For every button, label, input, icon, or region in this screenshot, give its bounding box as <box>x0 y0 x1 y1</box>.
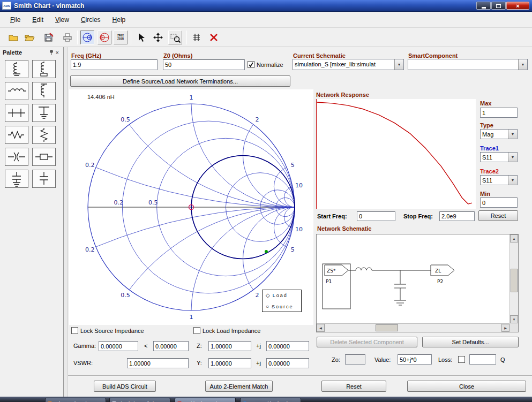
scroll-up-icon[interactable]: ▲ <box>510 234 518 242</box>
freq-input[interactable] <box>71 59 158 70</box>
y-plus-j-label: +j <box>256 360 261 366</box>
scroll-left-icon[interactable]: ◀ <box>317 324 325 332</box>
chevron-down-icon[interactable]: ▼ <box>394 59 403 70</box>
palette-item-series-transmission-line[interactable] <box>5 104 28 122</box>
close-button[interactable]: × <box>506 2 529 10</box>
trace1-select[interactable]: S11 ▼ <box>480 152 518 162</box>
title-bar[interactable]: ADS Smith Chart - vinmatch × <box>0 0 532 12</box>
start-freq-input[interactable] <box>357 211 395 221</box>
value-input[interactable] <box>398 354 432 365</box>
maximize-button[interactable] <box>491 2 506 10</box>
smith-z-chart-button[interactable] <box>80 31 94 44</box>
minimize-button[interactable] <box>476 2 491 10</box>
series-inductor-symbol[interactable] <box>356 268 372 270</box>
palette-item-shunt-capacitor-ground[interactable] <box>5 170 28 188</box>
new-button[interactable] <box>6 31 20 44</box>
zo-input[interactable] <box>345 354 365 365</box>
display-options-button[interactable]: ZR0X ZG0B <box>114 31 128 44</box>
smith-chart-panel: 0.20.20.50.511225510100.20.5 14.406 nH ◇… <box>69 89 313 325</box>
chevron-down-icon[interactable]: ▼ <box>508 153 517 162</box>
network-response-svg <box>316 99 476 209</box>
set-defaults-button[interactable]: Set Defaults... <box>422 337 519 347</box>
menu-circles[interactable]: Circles <box>75 14 107 26</box>
taskbar-item-simulation[interactable]: simulation_S [mi <box>109 398 170 402</box>
y-real-input[interactable] <box>208 358 251 368</box>
max-input[interactable] <box>480 108 518 118</box>
menu-view[interactable]: View <box>49 14 75 26</box>
z0-input[interactable] <box>163 59 245 70</box>
build-ads-circuit-button[interactable]: Build ADS Circuit <box>94 381 156 392</box>
horizontal-scroll-thumb[interactable] <box>376 324 398 331</box>
palette-item-series-component[interactable] <box>32 148 56 166</box>
scroll-right-icon[interactable]: ▶ <box>501 324 509 332</box>
smith-y-chart-icon <box>99 32 110 43</box>
main-close-button[interactable]: Close <box>407 381 526 392</box>
menu-help[interactable]: Help <box>107 14 132 26</box>
menu-edit[interactable]: Edit <box>26 14 49 26</box>
loss-input[interactable] <box>469 354 496 365</box>
smartcomponent-select[interactable]: ▼ <box>408 59 528 70</box>
vswr-label: VSWR: <box>73 360 93 366</box>
z-real-input[interactable] <box>208 341 251 351</box>
palette-item-shunt-resistor[interactable] <box>32 126 56 144</box>
shunt-capacitor-symbol[interactable] <box>394 270 406 305</box>
gamma-angle-input[interactable] <box>153 341 189 351</box>
normalize-checkbox[interactable] <box>248 61 254 68</box>
z-label: Z: <box>197 343 202 349</box>
print-button[interactable] <box>60 31 74 44</box>
taskbar-item-ads-smith-chart[interactable]: ADS Smith Chart(tm <box>240 398 301 402</box>
current-schematic-select[interactable]: simulation_S [mixer_lib:simulat ▼ <box>293 59 404 70</box>
taskbar-item-smith-chart[interactable]: Smith Chart - vinm <box>175 398 236 402</box>
type-select[interactable]: Mag ▼ <box>480 129 518 139</box>
chevron-down-icon[interactable]: ▼ <box>508 176 517 185</box>
palette-item-shunt-stub[interactable] <box>32 104 56 122</box>
schematic-horizontal-scrollbar[interactable]: ◀ ▶ <box>317 323 509 332</box>
taskbar-item-advanced-design[interactable]: Advanced Desi <box>45 398 106 402</box>
chevron-down-icon[interactable]: ▼ <box>508 130 517 139</box>
loss-checkbox[interactable] <box>458 356 465 363</box>
select-cursor-button[interactable] <box>134 31 148 44</box>
svg-text:ZL: ZL <box>435 268 441 274</box>
save-button[interactable] <box>42 31 56 44</box>
lock-load-checkbox[interactable] <box>193 327 200 334</box>
open-button[interactable] <box>23 31 36 44</box>
vswr-input[interactable] <box>127 358 189 368</box>
scale-axes-button[interactable] <box>190 31 204 44</box>
pan-button[interactable] <box>151 31 165 44</box>
delete-button[interactable] <box>207 31 221 44</box>
schematic-vertical-scrollbar[interactable]: ▲ ▼ <box>509 234 518 323</box>
load-port-symbol[interactable] <box>431 265 454 276</box>
min-input[interactable] <box>480 198 518 208</box>
palette-item-series-capacitor[interactable] <box>5 148 28 166</box>
palette-item-series-inductor[interactable] <box>5 82 28 100</box>
response-reset-button[interactable]: Reset <box>478 210 518 221</box>
gamma-mag-input[interactable] <box>99 341 138 351</box>
zoom-button[interactable] <box>168 31 182 44</box>
svg-text:5: 5 <box>291 162 295 169</box>
pin-icon[interactable] <box>49 49 54 56</box>
menu-file[interactable]: File <box>4 14 26 26</box>
z-imag-input[interactable] <box>266 341 309 351</box>
delete-component-button[interactable]: Delete Selected Component <box>317 337 417 347</box>
network-schematic-canvas[interactable]: ZS* P1 ZL P2 <box>317 235 509 323</box>
vertical-scroll-thumb[interactable] <box>511 269 518 292</box>
palette-item-series-resistor[interactable] <box>5 126 28 144</box>
palette-close-icon[interactable]: × <box>54 49 61 56</box>
smith-y-chart-button[interactable] <box>98 31 111 44</box>
y-imag-input[interactable] <box>266 358 309 368</box>
trace2-select[interactable]: S11 ▼ <box>480 175 518 185</box>
panel-splitter[interactable] <box>64 47 68 397</box>
stop-freq-input[interactable] <box>439 211 475 221</box>
palette-item-shunt-inductor-ground[interactable] <box>5 60 28 78</box>
auto-match-button[interactable]: Auto 2-Element Match <box>205 381 273 392</box>
palette-item-shunt-capacitor[interactable] <box>32 170 56 188</box>
main-reset-button[interactable]: Reset <box>321 381 386 392</box>
chevron-down-icon[interactable]: ▼ <box>518 59 527 70</box>
lock-source-checkbox[interactable] <box>71 327 78 334</box>
scroll-down-icon[interactable]: ▼ <box>510 315 518 323</box>
smith-annotation: 14.406 nH <box>87 94 115 100</box>
value-label: Value: <box>374 357 391 363</box>
palette-item-shunt-inductor[interactable] <box>32 82 56 100</box>
palette-item-shunt-inductor-box[interactable] <box>32 60 56 78</box>
define-terminations-button[interactable]: Define Source/Load Network Terminations.… <box>70 75 290 87</box>
